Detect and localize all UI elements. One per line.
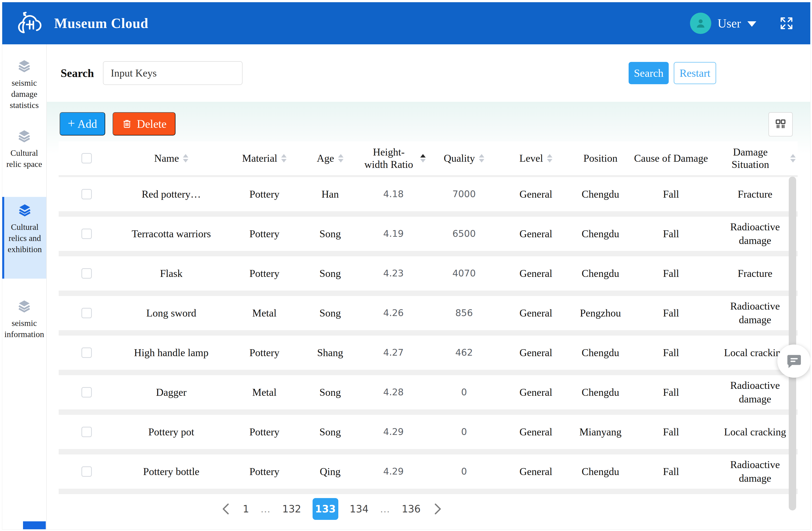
cell-quality: 6500 [427,228,501,240]
row-checkbox[interactable] [82,348,92,358]
cell-select [59,228,115,239]
museum-cloud-logo-icon [15,9,44,38]
search-button[interactable]: Search [628,62,669,84]
cell-level: General [501,346,571,360]
add-button[interactable]: +Add [60,112,105,136]
user-menu[interactable]: User [690,13,756,34]
cell-material: Pottery [228,465,301,478]
column-header-label: Damage Situation [714,146,786,171]
search-label: Search [61,67,94,80]
cell-hwr: 4.18 [359,188,427,200]
row-checkbox[interactable] [82,466,92,477]
table-row: DaggerMetalSong4.280GeneralChengduFallRa… [59,375,798,409]
table-scrollbar[interactable] [789,177,796,511]
column-header-damage[interactable]: Damage Situation [712,146,798,171]
table-body: Red pottery…PotteryHan4.187000GeneralChe… [59,175,798,494]
pagination-page[interactable]: 134 [348,503,370,515]
row-checkbox[interactable] [82,189,92,199]
sidebar-item[interactable]: Cultural relics and exhibition [2,197,46,279]
pagination-page[interactable]: 1 [241,503,250,515]
cell-material: Pottery [228,187,301,201]
column-header-hwr[interactable]: Height-width Ratio [359,146,427,171]
cell-age: Song [301,306,359,320]
column-settings-button[interactable] [768,112,793,137]
cell-name: Pottery bottle [115,465,228,478]
sidebar-item[interactable]: seismic information [2,293,46,346]
table-row: FlaskPotterySong4.234070GeneralChengduFa… [59,256,798,291]
table-row: Pottery potPotterySong4.290GeneralMianya… [59,415,798,449]
user-label: User [718,16,741,30]
search-input[interactable] [103,61,243,85]
cell-hwr: 4.26 [359,307,427,319]
cell-age: Song [301,227,359,241]
layers-icon [17,203,32,218]
cell-quality: 4070 [427,267,501,279]
pagination-pages: 1…132133134…136 [241,498,422,520]
pagination-page[interactable]: 136 [400,503,422,515]
chevron-left-icon [221,503,230,515]
person-icon [694,16,708,30]
row-checkbox[interactable] [82,387,92,397]
row-checkbox[interactable] [82,228,92,239]
prev-page-button[interactable] [220,502,231,516]
cell-hwr: 4.29 [359,426,427,438]
column-header-level[interactable]: Level [501,152,571,165]
cell-name: Terracotta warriors [115,227,228,241]
column-header-name[interactable]: Name [115,152,228,165]
table-header-row: Name Material Age Height-width Ratio Qua… [59,141,798,175]
cell-material: Pottery [228,425,301,439]
sort-icon [281,154,287,163]
cell-damage: Radioactive damage [712,379,798,406]
next-page-button[interactable] [432,502,444,516]
cell-age: Song [301,267,359,280]
pagination-page[interactable]: 132 [281,503,302,515]
delete-button[interactable]: Delete [113,112,175,136]
row-checkbox[interactable] [82,308,92,318]
sidebar-item-label: Cultural relics and exhibition [4,222,45,255]
cell-age: Song [301,386,359,399]
cell-damage: Radioactive damage [712,458,798,485]
cell-position: Chengdu [571,386,629,399]
sidebar-item[interactable]: seismic damage statistics [2,53,46,117]
sidebar-item[interactable]: Cultural relic space [2,123,46,176]
cell-quality: 0 [427,426,501,438]
chat-button[interactable] [777,345,811,378]
row-checkbox[interactable] [82,427,92,437]
column-header-label: Name [154,152,179,165]
column-header-label: Age [317,152,334,165]
sidebar-items: seismic damage statistics Cultural relic… [2,44,46,346]
sort-icon [420,154,426,163]
fullscreen-icon[interactable] [779,15,794,31]
sidebar: seismic damage statistics Cultural relic… [2,44,47,529]
cell-hwr: 4.29 [359,466,427,477]
column-header-material[interactable]: Material [228,152,301,165]
restart-button[interactable]: Restart [674,62,716,84]
cell-hwr: 4.19 [359,228,427,240]
layers-icon [17,59,32,73]
pagination-page-active[interactable]: 133 [313,498,338,520]
cell-age: Shang [301,346,359,360]
cell-material: Pottery [228,227,301,241]
select-all-checkbox[interactable] [82,153,92,164]
row-checkbox[interactable] [82,268,92,279]
cell-level: General [501,267,571,280]
cell-age: Song [301,425,359,439]
cell-hwr: 4.27 [359,347,427,359]
cell-hwr: 4.23 [359,267,427,279]
column-header-label: Quality [444,152,475,165]
column-header-label: Height-width Ratio [361,146,416,171]
cell-position: Chengdu [571,346,629,360]
cell-age: Han [301,187,359,201]
column-header-age[interactable]: Age [301,152,359,165]
cell-cause: Fall [629,346,712,360]
column-header-label: Position [583,152,618,165]
table-row: Long swordMetalSong4.26856GeneralPengzho… [59,296,798,330]
cell-age: Qing [301,465,359,478]
cell-select [59,387,115,397]
cell-position: Pengzhou [571,306,629,320]
column-header-quality[interactable]: Quality [427,152,501,165]
search-section: Search Search Restart [47,44,810,102]
trash-icon [121,118,132,129]
table-row: Pottery bottlePotteryQing4.290GeneralChe… [59,455,798,489]
cell-damage: Fracture [712,267,798,280]
